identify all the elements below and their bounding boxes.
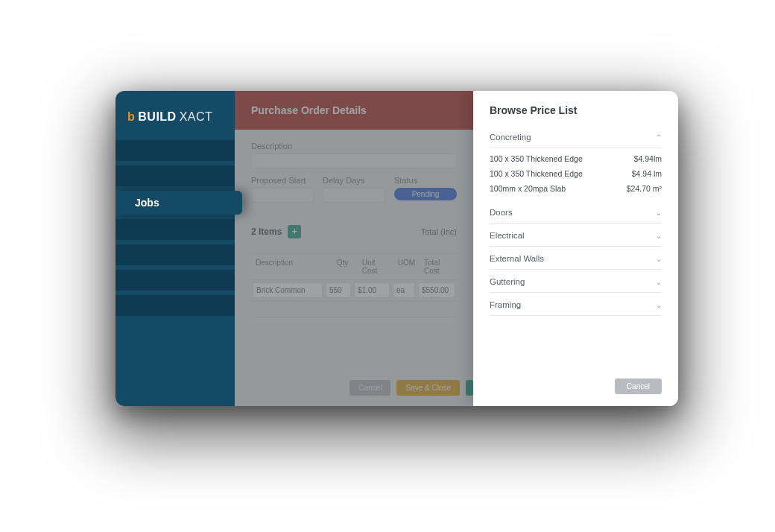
sidebar-item[interactable] — [116, 165, 235, 186]
price-row[interactable]: 100 x 350 Thickened Edge $4.94lm — [490, 151, 662, 166]
category-label: Concreting — [490, 133, 531, 142]
cell-uom[interactable]: ea — [393, 282, 415, 298]
category-concreting[interactable]: Concreting ⌃ — [490, 125, 662, 148]
category-electrical[interactable]: Electrical ⌄ — [490, 224, 662, 247]
category-label: Doors — [490, 208, 513, 217]
brand-glyph: b — [127, 110, 135, 124]
extra-action-button[interactable] — [466, 380, 473, 396]
status-value[interactable]: Pending — [394, 188, 457, 200]
category-label: Guttering — [490, 277, 525, 286]
category-guttering[interactable]: Guttering ⌄ — [490, 270, 662, 293]
sidebar-item-label: Jobs — [135, 197, 159, 209]
sidebar-item[interactable] — [116, 244, 235, 265]
category-doors[interactable]: Doors ⌄ — [490, 200, 662, 224]
price-list-panel: Browse Price List Concreting ⌃ 100 x 350… — [473, 91, 678, 406]
sidebar-items: Jobs — [116, 140, 235, 316]
form-actions: Cancel Save & Close — [235, 380, 473, 396]
category-external-walls[interactable]: External Walls ⌄ — [490, 247, 662, 270]
items-count: 2 Items — [251, 227, 282, 237]
chevron-down-icon: ⌄ — [656, 255, 662, 263]
chevron-down-icon: ⌄ — [656, 278, 662, 286]
chevron-up-icon: ⌃ — [656, 133, 662, 142]
main-content: Purchase Order Details Description Propo… — [235, 91, 473, 406]
form-area: Description Proposed Start Delay Days St… — [235, 130, 473, 317]
price-item-name: 100 x 350 Thickened Edge — [490, 169, 583, 178]
app-window: b BUILDXACT Jobs Purchase Order Details … — [116, 91, 678, 406]
sidebar-item[interactable] — [116, 270, 235, 291]
price-item-value: $24.70 m² — [627, 184, 662, 193]
brand-logo: b BUILDXACT — [116, 91, 235, 140]
category-label: External Walls — [490, 254, 544, 263]
table-row-empty — [251, 301, 457, 317]
description-field: Description — [251, 142, 457, 168]
table-header: Description Qty Unit Cost UOM Total Cost — [251, 254, 457, 280]
brand-thin: XACT — [180, 110, 213, 124]
price-item-value: $4.94lm — [634, 154, 662, 163]
panel-cancel-button[interactable]: Cancel — [615, 379, 662, 394]
brand-bold: BUILD — [138, 110, 176, 124]
cancel-button[interactable]: Cancel — [349, 380, 390, 396]
col-total: Total Cost — [420, 254, 457, 279]
delay-days-input[interactable] — [323, 188, 385, 203]
add-item-button[interactable]: + — [288, 225, 301, 238]
cell-total[interactable]: $550.00 — [418, 282, 455, 298]
panel-title: Browse Price List — [473, 91, 678, 125]
col-qty: Qty — [332, 254, 358, 279]
description-label: Description — [251, 142, 457, 151]
col-unit: Unit Cost — [358, 254, 393, 279]
items-grid: Description Qty Unit Cost UOM Total Cost… — [251, 253, 457, 317]
description-input[interactable] — [251, 153, 457, 168]
chevron-down-icon: ⌄ — [656, 301, 662, 309]
sidebar-item[interactable] — [116, 219, 235, 240]
category-framing[interactable]: Framing ⌄ — [490, 293, 662, 316]
price-item-value: $4.94 lm — [632, 169, 662, 178]
delay-days-label: Delay Days — [323, 176, 385, 185]
sidebar-item-jobs[interactable]: Jobs — [116, 191, 242, 215]
cell-description[interactable]: Brick Common — [253, 282, 323, 298]
sidebar-item[interactable] — [116, 295, 235, 316]
price-row[interactable]: 100 x 350 Thickened Edge $4.94 lm — [490, 166, 662, 181]
table-row[interactable]: Brick Common 550 $1.00 ea $550.00 — [251, 280, 457, 301]
status-label: Status — [394, 176, 457, 185]
cell-unit[interactable]: $1.00 — [354, 282, 390, 298]
save-close-button[interactable]: Save & Close — [396, 380, 460, 396]
chevron-down-icon: ⌄ — [656, 232, 662, 240]
price-item-name: 100mm x 20mpa Slab — [490, 184, 566, 193]
col-description: Description — [251, 254, 332, 279]
chevron-down-icon: ⌄ — [656, 209, 662, 217]
proposed-start-input[interactable] — [251, 188, 314, 203]
proposed-start-label: Proposed Start — [251, 176, 314, 185]
col-uom: UOM — [393, 254, 420, 279]
price-row[interactable]: 100mm x 20mpa Slab $24.70 m² — [490, 181, 662, 196]
total-label: Total (Inc) — [421, 227, 457, 236]
page-title: Purchase Order Details — [235, 91, 473, 130]
cell-qty[interactable]: 550 — [326, 282, 351, 298]
sidebar: b BUILDXACT Jobs — [116, 91, 235, 406]
sidebar-item[interactable] — [116, 140, 235, 161]
category-label: Framing — [490, 300, 521, 309]
price-item-name: 100 x 350 Thickened Edge — [490, 154, 583, 163]
category-label: Electrical — [490, 231, 525, 240]
